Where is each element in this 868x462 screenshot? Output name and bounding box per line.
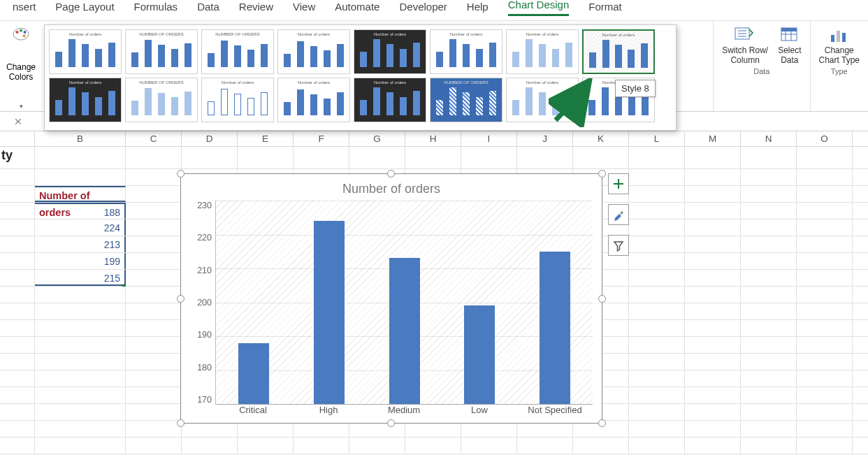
cell[interactable] — [741, 186, 797, 202]
tab-view[interactable]: View — [293, 1, 315, 16]
tab-format[interactable]: Format — [588, 1, 622, 16]
chart-style-11[interactable]: Number of orders — [201, 78, 274, 122]
chart-bar-high[interactable] — [314, 221, 345, 404]
cell[interactable] — [629, 270, 685, 286]
cell[interactable] — [573, 147, 629, 168]
chart-style-6[interactable]: Number of orders — [430, 29, 502, 74]
col-head-G[interactable]: G — [349, 131, 405, 146]
cell[interactable] — [0, 354, 35, 370]
cell[interactable] — [797, 287, 853, 303]
chart-style-1[interactable]: Number of orders — [49, 29, 122, 74]
chart-handle-ml[interactable] — [177, 295, 185, 303]
cell[interactable] — [126, 438, 182, 454]
cell[interactable] — [405, 147, 461, 168]
cell[interactable] — [35, 320, 126, 336]
cell[interactable] — [0, 337, 35, 353]
chart-style-10[interactable]: NUMBER OF ORDERS — [125, 78, 198, 122]
cell[interactable] — [741, 270, 797, 286]
cell[interactable] — [741, 303, 797, 319]
chart-filter-button[interactable] — [608, 235, 629, 256]
cell[interactable] — [0, 387, 35, 403]
tab-chart-design[interactable]: Chart Design — [508, 0, 570, 16]
chart-style-8[interactable]: Number of orders — [582, 29, 655, 74]
cell[interactable] — [0, 169, 35, 185]
cell[interactable] — [35, 303, 126, 319]
col-head-K[interactable]: K — [573, 131, 629, 146]
chart-styles-button[interactable] — [608, 204, 629, 225]
chart-handle-tr[interactable] — [598, 170, 606, 178]
chart-handle-bc[interactable] — [387, 419, 395, 427]
change-chart-type-button[interactable]: Change Chart Type — [819, 25, 860, 66]
cell[interactable] — [629, 438, 685, 454]
cell[interactable] — [797, 404, 853, 420]
cell[interactable] — [741, 438, 797, 454]
cell[interactable] — [741, 219, 797, 236]
chart-handle-bl[interactable] — [177, 419, 185, 427]
cell[interactable] — [126, 147, 182, 168]
cell[interactable] — [797, 203, 853, 219]
tab-page-layout[interactable]: Page Layout — [55, 1, 114, 16]
cell[interactable]: ty — [0, 147, 35, 168]
cell[interactable] — [741, 203, 797, 219]
cell[interactable] — [126, 169, 182, 185]
chart-style-14[interactable]: NUMBER OF ORDERS — [430, 78, 502, 122]
cell[interactable] — [797, 354, 853, 370]
col-head-J[interactable]: J — [517, 131, 573, 146]
cell[interactable] — [35, 404, 126, 420]
chart-style-4[interactable]: Number of orders — [277, 29, 350, 74]
cell[interactable] — [685, 253, 741, 269]
tab-data[interactable]: Data — [197, 1, 219, 16]
cell[interactable] — [797, 438, 853, 454]
cell[interactable] — [294, 147, 349, 168]
tab-automate[interactable]: Automate — [335, 1, 379, 16]
cell[interactable] — [461, 147, 517, 168]
col-head-C[interactable]: C — [126, 131, 182, 146]
chart-elements-button[interactable] — [608, 173, 629, 194]
cell[interactable] — [685, 219, 741, 236]
worksheet-grid[interactable]: BCDEFGHIJKLMNO tyNumber of orders1882242… — [0, 131, 868, 462]
cell[interactable] — [797, 370, 853, 387]
cell[interactable] — [35, 287, 126, 303]
cell[interactable] — [0, 421, 35, 437]
cell[interactable] — [182, 147, 238, 168]
col-head-H[interactable]: H — [405, 131, 461, 146]
cell[interactable] — [629, 303, 685, 319]
cell[interactable] — [741, 337, 797, 353]
chart-bar-low[interactable] — [464, 305, 495, 404]
cell[interactable] — [126, 421, 182, 437]
cell[interactable] — [0, 287, 35, 303]
cell[interactable] — [629, 219, 685, 236]
cell[interactable] — [0, 270, 35, 286]
selection-corner-handle[interactable] — [122, 282, 126, 287]
chart-handle-mr[interactable] — [598, 295, 606, 303]
cell[interactable] — [629, 337, 685, 353]
cell[interactable] — [797, 147, 853, 168]
cell[interactable] — [0, 253, 35, 269]
cell[interactable] — [126, 287, 182, 303]
cell[interactable] — [629, 287, 685, 303]
cell[interactable] — [685, 337, 741, 353]
cell[interactable] — [685, 287, 741, 303]
cell[interactable] — [126, 203, 182, 219]
cell[interactable] — [0, 438, 35, 454]
cell[interactable] — [685, 354, 741, 370]
chart-style-5[interactable]: Number of orders — [354, 29, 426, 74]
chart-style-3[interactable]: NUMBER OF ORDERS — [201, 29, 274, 74]
col-head-M[interactable]: M — [685, 131, 741, 146]
chart-title[interactable]: Number of orders — [190, 182, 593, 196]
cell[interactable] — [629, 404, 685, 420]
cell[interactable] — [517, 438, 573, 454]
cell[interactable] — [741, 421, 797, 437]
chart-style-9[interactable]: Number of orders — [49, 78, 122, 122]
cell[interactable] — [0, 186, 35, 202]
switch-row-column-button[interactable]: Switch Row/ Column — [722, 25, 768, 66]
chart-plot-area[interactable] — [215, 201, 593, 405]
cell[interactable] — [517, 147, 573, 168]
cell[interactable] — [797, 303, 853, 319]
cell[interactable] — [126, 370, 182, 387]
cell[interactable] — [685, 421, 741, 437]
cell[interactable] — [685, 438, 741, 454]
cell[interactable] — [126, 236, 182, 252]
change-colors-button[interactable]: Change Colors ▾ — [0, 21, 42, 111]
data-cell-b5[interactable]: 199 — [35, 253, 126, 269]
